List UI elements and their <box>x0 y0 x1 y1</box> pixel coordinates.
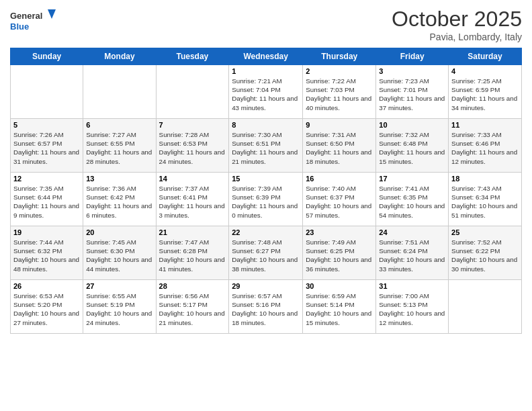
col-saturday: Saturday <box>449 48 522 65</box>
day-number: 31 <box>379 282 445 290</box>
calendar-cell: 15Sunrise: 7:39 AMSunset: 6:39 PMDayligh… <box>229 173 303 226</box>
calendar-cell: 17Sunrise: 7:41 AMSunset: 6:35 PMDayligh… <box>376 173 449 226</box>
calendar-cell: 2Sunrise: 7:22 AMSunset: 7:03 PMDaylight… <box>303 65 376 119</box>
day-info: Sunrise: 7:22 AMSunset: 7:03 PMDaylight:… <box>306 77 373 112</box>
calendar-cell: 1Sunrise: 7:21 AMSunset: 7:04 PMDaylight… <box>229 65 303 119</box>
day-info: Sunrise: 6:56 AMSunset: 5:17 PMDaylight:… <box>159 291 226 327</box>
calendar-cell: 7Sunrise: 7:28 AMSunset: 6:53 PMDaylight… <box>156 119 229 173</box>
calendar-week-5: 26Sunrise: 6:53 AMSunset: 5:20 PMDayligh… <box>11 280 522 334</box>
day-info: Sunrise: 7:33 AMSunset: 6:46 PMDaylight:… <box>451 130 519 166</box>
calendar-cell <box>11 65 83 119</box>
day-info: Sunrise: 6:53 AMSunset: 5:20 PMDaylight:… <box>13 291 80 327</box>
day-number: 8 <box>232 121 300 129</box>
calendar-cell: 3Sunrise: 7:23 AMSunset: 7:01 PMDaylight… <box>376 65 449 119</box>
day-info: Sunrise: 7:26 AMSunset: 6:57 PMDaylight:… <box>13 130 80 166</box>
day-number: 6 <box>86 121 152 129</box>
day-number: 11 <box>451 121 519 129</box>
calendar-cell: 30Sunrise: 6:59 AMSunset: 5:14 PMDayligh… <box>303 280 376 334</box>
day-number: 24 <box>379 228 445 236</box>
calendar-cell: 6Sunrise: 7:27 AMSunset: 6:55 PMDaylight… <box>83 119 156 173</box>
calendar-cell: 14Sunrise: 7:37 AMSunset: 6:41 PMDayligh… <box>156 173 229 226</box>
day-number: 19 <box>13 228 80 236</box>
svg-text:Blue: Blue <box>10 21 29 32</box>
col-wednesday: Wednesday <box>229 48 303 65</box>
day-number: 29 <box>232 282 300 290</box>
calendar-cell: 24Sunrise: 7:51 AMSunset: 6:24 PMDayligh… <box>376 226 449 280</box>
page: General Blue October 2025 Pavia, Lombard… <box>0 0 532 411</box>
day-info: Sunrise: 7:45 AMSunset: 6:30 PMDaylight:… <box>86 238 152 273</box>
day-number: 26 <box>13 282 80 290</box>
calendar-cell: 27Sunrise: 6:55 AMSunset: 5:19 PMDayligh… <box>83 280 156 334</box>
day-info: Sunrise: 7:43 AMSunset: 6:34 PMDaylight:… <box>451 184 519 220</box>
col-friday: Friday <box>376 48 449 65</box>
calendar-cell: 19Sunrise: 7:44 AMSunset: 6:32 PMDayligh… <box>11 226 83 280</box>
day-number: 22 <box>232 228 300 236</box>
day-info: Sunrise: 7:52 AMSunset: 6:22 PMDaylight:… <box>451 238 519 273</box>
day-info: Sunrise: 7:25 AMSunset: 6:59 PMDaylight:… <box>451 77 519 112</box>
day-info: Sunrise: 7:36 AMSunset: 6:42 PMDaylight:… <box>86 184 152 220</box>
day-number: 3 <box>379 67 445 75</box>
day-info: Sunrise: 7:21 AMSunset: 7:04 PMDaylight:… <box>232 77 300 112</box>
day-info: Sunrise: 7:39 AMSunset: 6:39 PMDaylight:… <box>232 184 300 220</box>
day-number: 4 <box>451 67 519 75</box>
calendar-cell: 25Sunrise: 7:52 AMSunset: 6:22 PMDayligh… <box>449 226 522 280</box>
calendar-week-3: 12Sunrise: 7:35 AMSunset: 6:44 PMDayligh… <box>11 173 522 226</box>
day-info: Sunrise: 7:35 AMSunset: 6:44 PMDaylight:… <box>13 184 80 220</box>
logo: General Blue <box>10 7 57 35</box>
day-info: Sunrise: 7:00 AMSunset: 5:13 PMDaylight:… <box>379 291 445 327</box>
calendar-cell: 11Sunrise: 7:33 AMSunset: 6:46 PMDayligh… <box>449 119 522 173</box>
calendar-cell: 12Sunrise: 7:35 AMSunset: 6:44 PMDayligh… <box>11 173 83 226</box>
day-info: Sunrise: 6:55 AMSunset: 5:19 PMDaylight:… <box>86 291 152 327</box>
calendar-week-1: 1Sunrise: 7:21 AMSunset: 7:04 PMDaylight… <box>11 65 522 119</box>
svg-text:General: General <box>10 11 42 21</box>
calendar-cell: 22Sunrise: 7:48 AMSunset: 6:27 PMDayligh… <box>229 226 303 280</box>
day-number: 1 <box>232 67 300 75</box>
day-info: Sunrise: 7:32 AMSunset: 6:48 PMDaylight:… <box>379 130 445 166</box>
title-block: October 2025 Pavia, Lombardy, Italy <box>392 7 522 42</box>
day-info: Sunrise: 6:57 AMSunset: 5:16 PMDaylight:… <box>232 291 300 327</box>
calendar-cell <box>156 65 229 119</box>
day-number: 27 <box>86 282 152 290</box>
day-info: Sunrise: 7:37 AMSunset: 6:41 PMDaylight:… <box>159 184 226 220</box>
col-monday: Monday <box>83 48 156 65</box>
day-number: 23 <box>306 228 373 236</box>
calendar-cell: 5Sunrise: 7:26 AMSunset: 6:57 PMDaylight… <box>11 119 83 173</box>
calendar-cell: 18Sunrise: 7:43 AMSunset: 6:34 PMDayligh… <box>449 173 522 226</box>
header: General Blue October 2025 Pavia, Lombard… <box>10 7 522 42</box>
day-info: Sunrise: 7:28 AMSunset: 6:53 PMDaylight:… <box>159 130 226 166</box>
calendar-cell: 16Sunrise: 7:40 AMSunset: 6:37 PMDayligh… <box>303 173 376 226</box>
day-info: Sunrise: 6:59 AMSunset: 5:14 PMDaylight:… <box>306 291 373 327</box>
day-info: Sunrise: 7:30 AMSunset: 6:51 PMDaylight:… <box>232 130 300 166</box>
calendar-cell: 29Sunrise: 6:57 AMSunset: 5:16 PMDayligh… <box>229 280 303 334</box>
day-info: Sunrise: 7:47 AMSunset: 6:28 PMDaylight:… <box>159 238 226 273</box>
day-number: 17 <box>379 175 445 183</box>
day-info: Sunrise: 7:31 AMSunset: 6:50 PMDaylight:… <box>306 130 373 166</box>
day-number: 30 <box>306 282 373 290</box>
calendar-cell: 31Sunrise: 7:00 AMSunset: 5:13 PMDayligh… <box>376 280 449 334</box>
calendar-cell: 28Sunrise: 6:56 AMSunset: 5:17 PMDayligh… <box>156 280 229 334</box>
day-info: Sunrise: 7:48 AMSunset: 6:27 PMDaylight:… <box>232 238 300 273</box>
day-info: Sunrise: 7:27 AMSunset: 6:55 PMDaylight:… <box>86 130 152 166</box>
day-number: 12 <box>13 175 80 183</box>
day-number: 10 <box>379 121 445 129</box>
day-number: 21 <box>159 228 226 236</box>
day-number: 28 <box>159 282 226 290</box>
svg-marker-2 <box>48 9 56 19</box>
col-thursday: Thursday <box>303 48 376 65</box>
day-number: 25 <box>451 228 519 236</box>
day-number: 18 <box>451 175 519 183</box>
logo-svg: General Blue <box>10 7 57 35</box>
day-info: Sunrise: 7:40 AMSunset: 6:37 PMDaylight:… <box>306 184 373 220</box>
day-info: Sunrise: 7:49 AMSunset: 6:25 PMDaylight:… <box>306 238 373 273</box>
calendar-cell <box>449 280 522 334</box>
calendar-cell <box>83 65 156 119</box>
calendar-cell: 10Sunrise: 7:32 AMSunset: 6:48 PMDayligh… <box>376 119 449 173</box>
day-number: 13 <box>86 175 152 183</box>
calendar-cell: 20Sunrise: 7:45 AMSunset: 6:30 PMDayligh… <box>83 226 156 280</box>
calendar-week-2: 5Sunrise: 7:26 AMSunset: 6:57 PMDaylight… <box>11 119 522 173</box>
day-number: 7 <box>159 121 226 129</box>
calendar-cell: 8Sunrise: 7:30 AMSunset: 6:51 PMDaylight… <box>229 119 303 173</box>
day-info: Sunrise: 7:41 AMSunset: 6:35 PMDaylight:… <box>379 184 445 220</box>
day-info: Sunrise: 7:44 AMSunset: 6:32 PMDaylight:… <box>13 238 80 273</box>
calendar-cell: 4Sunrise: 7:25 AMSunset: 6:59 PMDaylight… <box>449 65 522 119</box>
